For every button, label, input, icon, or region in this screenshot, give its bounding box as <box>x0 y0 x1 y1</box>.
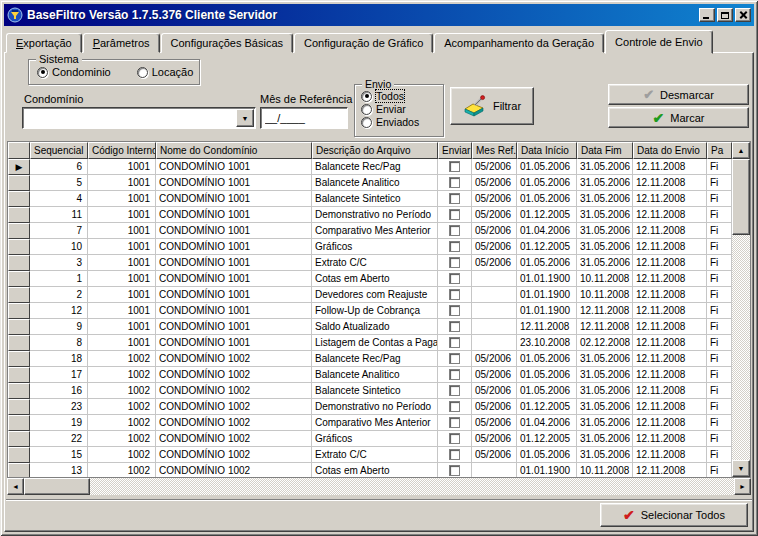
row-selector[interactable] <box>8 367 30 383</box>
cell-envio[interactable]: 12.11.2008 <box>633 383 707 399</box>
cell-ini[interactable]: 01.05.2006 <box>517 191 577 207</box>
enviar-checkbox[interactable] <box>449 305 460 316</box>
scroll-up-icon[interactable]: ▲ <box>732 142 750 159</box>
cell-fim[interactable]: 10.11.2008 <box>577 463 633 478</box>
cell-mes[interactable]: 05/2006 <box>472 175 517 191</box>
tab-parametros[interactable]: Parâmetros <box>83 33 160 53</box>
cell-pa[interactable]: Fi <box>707 159 732 175</box>
cell-seq[interactable]: 7 <box>30 223 88 239</box>
cell-seq[interactable]: 15 <box>30 447 88 463</box>
cell-desc[interactable]: Cotas em Aberto <box>312 271 438 287</box>
cell-mes[interactable]: 05/2006 <box>472 223 517 239</box>
cell-seq[interactable]: 5 <box>30 175 88 191</box>
cell-desc[interactable]: Balancete Rec/Pag <box>312 159 438 175</box>
vertical-scrollbar-thumb[interactable] <box>732 159 750 235</box>
cell-envio[interactable]: 12.11.2008 <box>633 399 707 415</box>
cell-ini[interactable]: 01.12.2005 <box>517 431 577 447</box>
cell-desc[interactable]: Extrato C/C <box>312 447 438 463</box>
cell-pa[interactable]: Fi <box>707 335 732 351</box>
cell-fim[interactable]: 31.05.2006 <box>577 255 633 271</box>
cell-pa[interactable]: Fi <box>707 383 732 399</box>
cell-enviar[interactable] <box>438 207 472 223</box>
cell-cod[interactable]: 1001 <box>88 175 156 191</box>
marcar-button[interactable]: ✔ Marcar <box>608 107 749 128</box>
row-selector[interactable] <box>8 175 30 191</box>
enviar-checkbox[interactable] <box>449 257 460 268</box>
column-header[interactable]: Nome do Condomínio <box>156 142 312 159</box>
cell-pa[interactable]: Fi <box>707 223 732 239</box>
cell-pa[interactable]: Fi <box>707 239 732 255</box>
enviar-checkbox[interactable] <box>449 209 460 220</box>
column-header[interactable]: Código Interno <box>88 142 156 159</box>
cell-fim[interactable]: 31.05.2006 <box>577 223 633 239</box>
cell-mes[interactable]: 05/2006 <box>472 191 517 207</box>
scroll-down-icon[interactable]: ▼ <box>732 460 750 477</box>
radio-enviar[interactable]: Enviar <box>361 103 419 115</box>
cell-fim[interactable]: 31.05.2006 <box>577 207 633 223</box>
cell-cod[interactable]: 1001 <box>88 255 156 271</box>
cell-pa[interactable]: Fi <box>707 415 732 431</box>
cell-nome[interactable]: CONDOMÍNIO 1002 <box>156 399 312 415</box>
cell-ini[interactable]: 01.01.1900 <box>517 287 577 303</box>
enviar-checkbox[interactable] <box>449 417 460 428</box>
cell-ini[interactable]: 01.05.2006 <box>517 383 577 399</box>
cell-cod[interactable]: 1001 <box>88 223 156 239</box>
cell-fim[interactable]: 31.05.2006 <box>577 367 633 383</box>
titlebar[interactable]: BaseFiltro Versão 1.7.5.376 Cliente Serv… <box>4 4 754 26</box>
cell-envio[interactable]: 12.11.2008 <box>633 159 707 175</box>
cell-mes[interactable]: 05/2006 <box>472 367 517 383</box>
row-selector[interactable] <box>8 463 30 478</box>
cell-enviar[interactable] <box>438 415 472 431</box>
cell-fim[interactable]: 31.05.2006 <box>577 191 633 207</box>
enviar-checkbox[interactable] <box>449 449 460 460</box>
cell-seq[interactable]: 6 <box>30 159 88 175</box>
cell-mes[interactable] <box>472 319 517 335</box>
row-selector-header[interactable] <box>8 142 30 159</box>
cell-pa[interactable]: Fi <box>707 255 732 271</box>
condominio-combobox[interactable]: ▼ <box>22 107 256 129</box>
cell-cod[interactable]: 1001 <box>88 239 156 255</box>
cell-pa[interactable]: Fi <box>707 287 732 303</box>
cell-enviar[interactable] <box>438 191 472 207</box>
cell-mes[interactable]: 05/2006 <box>472 447 517 463</box>
cell-desc[interactable]: Balancete Rec/Pag <box>312 351 438 367</box>
cell-desc[interactable]: Demonstrativo no Período <box>312 399 438 415</box>
cell-cod[interactable]: 1001 <box>88 207 156 223</box>
cell-ini[interactable]: 01.12.2005 <box>517 207 577 223</box>
cell-fim[interactable]: 10.11.2008 <box>577 287 633 303</box>
selecionar-todos-button[interactable]: ✔ Selecionar Todos <box>600 503 748 527</box>
cell-seq[interactable]: 18 <box>30 351 88 367</box>
cell-envio[interactable]: 12.11.2008 <box>633 335 707 351</box>
cell-nome[interactable]: CONDOMÍNIO 1002 <box>156 463 312 478</box>
cell-cod[interactable]: 1001 <box>88 287 156 303</box>
cell-seq[interactable]: 8 <box>30 335 88 351</box>
cell-nome[interactable]: CONDOMÍNIO 1002 <box>156 431 312 447</box>
cell-desc[interactable]: Listagem de Contas a Paga <box>312 335 438 351</box>
row-selector[interactable] <box>8 319 30 335</box>
cell-enviar[interactable] <box>438 239 472 255</box>
enviar-checkbox[interactable] <box>449 369 460 380</box>
cell-envio[interactable]: 12.11.2008 <box>633 367 707 383</box>
cell-enviar[interactable] <box>438 335 472 351</box>
cell-cod[interactable]: 1002 <box>88 463 156 478</box>
cell-fim[interactable]: 02.12.2008 <box>577 335 633 351</box>
cell-ini[interactable]: 01.12.2005 <box>517 399 577 415</box>
cell-envio[interactable]: 12.11.2008 <box>633 447 707 463</box>
cell-pa[interactable]: Fi <box>707 463 732 478</box>
enviar-checkbox[interactable] <box>449 337 460 348</box>
row-selector[interactable] <box>8 239 30 255</box>
row-selector[interactable] <box>8 335 30 351</box>
cell-nome[interactable]: CONDOMÍNIO 1001 <box>156 159 312 175</box>
cell-cod[interactable]: 1001 <box>88 335 156 351</box>
cell-cod[interactable]: 1002 <box>88 415 156 431</box>
cell-nome[interactable]: CONDOMÍNIO 1002 <box>156 367 312 383</box>
cell-ini[interactable]: 01.04.2006 <box>517 223 577 239</box>
tab-configuracoes-basicas[interactable]: Configurações Básicas <box>161 33 294 53</box>
cell-envio[interactable]: 12.11.2008 <box>633 303 707 319</box>
cell-envio[interactable]: 12.11.2008 <box>633 287 707 303</box>
row-selector[interactable] <box>8 431 30 447</box>
cell-cod[interactable]: 1002 <box>88 383 156 399</box>
cell-fim[interactable]: 31.05.2006 <box>577 447 633 463</box>
tab-exportacao[interactable]: Exportação <box>6 33 82 53</box>
cell-seq[interactable]: 19 <box>30 415 88 431</box>
